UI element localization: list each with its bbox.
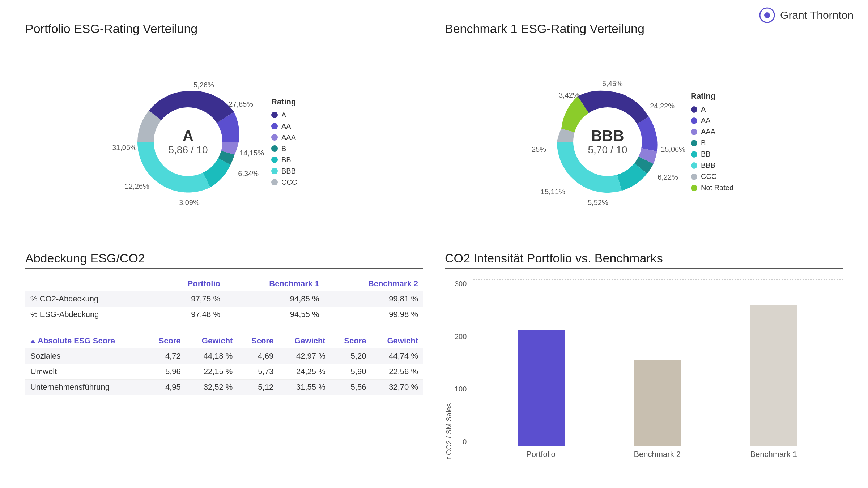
pct-aa-label: 14,15%	[239, 149, 264, 157]
b1-legend-item-bbb: BBB	[691, 161, 749, 170]
sort-icon	[30, 339, 35, 343]
b1-legend-label-aa: AA	[701, 116, 711, 125]
benchmark1-legend: Rating A AA AAA B	[691, 91, 749, 192]
pct-bb-label: 12,26%	[125, 182, 149, 191]
b1-pct-a: 24,22%	[650, 102, 675, 110]
legend-item-bbb: BBB	[271, 167, 329, 175]
portfolio-donut-container: A 5,86 / 10 5,26% 27,85% 14,15% 6,34% 3,…	[25, 47, 423, 237]
score-row1-label: Umwelt	[25, 364, 145, 380]
score-row2-v1: 32,52 %	[186, 380, 238, 395]
bar-benchmark1-group	[726, 280, 821, 446]
co2-bars-area	[472, 280, 843, 446]
legend-label-bb: BB	[281, 156, 291, 164]
legend-dot-b	[271, 145, 278, 152]
bar-benchmark1	[750, 305, 797, 446]
score-row1-v4: 5,90	[331, 364, 371, 380]
b1-legend-item-a: A	[691, 105, 749, 114]
score-header-2: Gewicht	[186, 333, 238, 348]
ytick-100: 100	[455, 385, 467, 393]
b1-legend-dot-ccc	[691, 174, 697, 180]
cov-row0-label: % CO2-Abdeckung	[25, 291, 155, 307]
xlabel-portfolio: Portfolio	[493, 446, 588, 459]
legend-item-a: A	[271, 111, 329, 119]
co2-chart-divider	[445, 268, 843, 269]
b1-legend-label-aaa: AAA	[701, 128, 715, 136]
donut-hole	[154, 107, 222, 176]
score-row1-v2: 5,73	[238, 364, 278, 380]
b1-pct-ccc: 3,42%	[559, 91, 579, 99]
cov-row1-label: % ESG-Abdeckung	[25, 307, 155, 322]
gridline-200	[472, 335, 843, 335]
xlabel-benchmark2: Benchmark 2	[610, 446, 705, 459]
co2-chart-title: CO2 Intensität Portfolio vs. Benchmarks	[445, 251, 843, 265]
b1-legend-label-notrated: Not Rated	[701, 184, 733, 192]
pct-bbb-label: 31,05%	[112, 144, 137, 152]
portfolio-esg-panel: Portfolio ESG-Rating Verteilung	[14, 14, 434, 244]
b1-legend-dot-aa	[691, 117, 697, 124]
portfolio-donut-wrapper: A 5,86 / 10 5,26% 27,85% 14,15% 6,34% 3,…	[119, 73, 257, 210]
benchmark1-esg-divider	[445, 39, 843, 39]
pct-b-label: 3,09%	[179, 198, 200, 207]
benchmark1-esg-title: Benchmark 1 ESG-Rating Verteilung	[445, 22, 843, 36]
abdeckung-title: Abdeckung ESG/CO2	[25, 251, 423, 265]
b1-pct-b: 5,52%	[588, 198, 608, 207]
b1-legend-item-bb: BB	[691, 150, 749, 158]
score-header-4: Gewicht	[278, 333, 331, 348]
legend-label-ccc: CCC	[281, 178, 297, 187]
score-row0-label: Soziales	[25, 348, 145, 364]
co2-chart-panel: CO2 Intensität Portfolio vs. Benchmarks …	[434, 244, 854, 474]
ytick-200: 200	[455, 333, 467, 341]
table-row: Soziales 4,72 44,18 % 4,69 42,97 % 5,20 …	[25, 348, 423, 364]
score-row2-v5: 32,70 %	[371, 380, 423, 395]
logo-text: Grant Thornton	[780, 9, 854, 21]
b1-legend-item-b: B	[691, 139, 749, 147]
ytick-0: 0	[463, 438, 467, 446]
b1-legend-dot-b	[691, 140, 697, 146]
cov-row0-val1: 94,85 %	[225, 291, 324, 307]
legend-dot-aa	[271, 123, 278, 129]
table-row: Umwelt 5,96 22,15 % 5,73 24,25 % 5,90 22…	[25, 364, 423, 380]
score-row0-v4: 5,20	[331, 348, 371, 364]
score-row2-v3: 31,55 %	[278, 380, 331, 395]
score-row2-label: Unternehmensführung	[25, 380, 145, 395]
legend-item-aa: AA	[271, 122, 329, 130]
portfolio-legend-title: Rating	[271, 97, 329, 107]
abdeckung-panel: Abdeckung ESG/CO2 Portfolio Benchmark 1 …	[14, 244, 434, 474]
b1-legend-item-notrated: Not Rated	[691, 184, 749, 192]
co2-chart-body: t CO2 / SM Sales 300 200 100 0	[445, 276, 843, 466]
b1-legend-label-a: A	[701, 105, 706, 114]
table-row: % CO2-Abdeckung 97,75 % 94,85 % 99,81 %	[25, 291, 423, 307]
score-row1-v5: 22,56 %	[371, 364, 423, 380]
legend-label-bbb: BBB	[281, 167, 296, 175]
cov-header-1: Portfolio	[155, 276, 225, 291]
score-row1-v0: 5,96	[145, 364, 186, 380]
legend-item-ccc: CCC	[271, 178, 329, 187]
score-row0-v3: 42,97 %	[278, 348, 331, 364]
b1-legend-dot-bb	[691, 151, 697, 158]
score-row1-v3: 24,25 %	[278, 364, 331, 380]
legend-item-aaa: AAA	[271, 133, 329, 142]
legend-dot-ccc	[271, 179, 278, 185]
pct-ccc-label: 5,26%	[193, 81, 214, 89]
b1-legend-dot-aaa	[691, 129, 697, 135]
svg-point-1	[764, 12, 770, 18]
b1-legend-dot-bbb	[691, 162, 697, 169]
legend-label-b: B	[281, 145, 286, 153]
b1-legend-label-bb: BB	[701, 150, 711, 158]
cov-header-2: Benchmark 1	[225, 276, 324, 291]
benchmark1-donut-wrapper: BBB 5,70 / 10 5,45% 3,42% 24,22% 15,06% …	[539, 73, 676, 210]
b1-legend-label-bbb: BBB	[701, 161, 715, 170]
b1-pct-notrated: 5,45%	[602, 80, 623, 88]
legend-dot-a	[271, 112, 278, 118]
bar-portfolio-group	[494, 280, 588, 446]
b1-pct-aa: 15,06%	[661, 145, 685, 154]
b1-pct-bb: 15,11%	[541, 188, 565, 196]
b1-legend-dot-notrated	[691, 185, 697, 191]
b1-legend-item-aa: AA	[691, 116, 749, 125]
legend-dot-bbb	[271, 168, 278, 174]
portfolio-legend: Rating A AA AAA B	[271, 97, 329, 187]
score-row2-v4: 5,56	[331, 380, 371, 395]
score-header-6: Gewicht	[371, 333, 423, 348]
score-row0-v0: 4,72	[145, 348, 186, 364]
gridline-100	[472, 390, 843, 390]
